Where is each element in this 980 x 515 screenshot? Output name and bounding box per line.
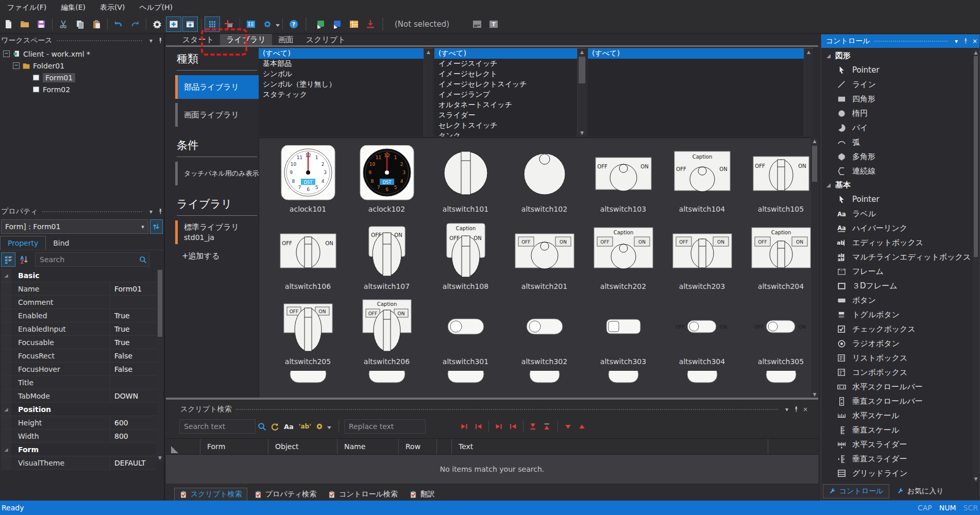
property-grid-scrollbar[interactable]: ▼ (157, 269, 163, 461)
control-item[interactable]: 弧 (821, 135, 973, 149)
control-item[interactable]: ライン (821, 77, 973, 92)
library-part[interactable]: OFFONaltswitch105 (741, 145, 819, 215)
select-all-corner[interactable] (166, 439, 200, 454)
control-item[interactable]: コンボボックス (821, 365, 973, 380)
menu-item-3[interactable]: ヘルプ(H) (132, 0, 180, 15)
listbox-scrollbar[interactable]: ▲ (424, 48, 433, 136)
scrollbar-thumb[interactable] (812, 146, 817, 182)
bottom-tab-スクリプト検索[interactable]: スクリプト検索 (174, 488, 247, 501)
results-column-header[interactable]: Text (452, 439, 768, 454)
menu-item-1[interactable]: 編集(E) (54, 0, 93, 15)
list-option[interactable]: オルタネートスイッチ (434, 100, 582, 110)
chevron-down-icon[interactable]: ▾ (146, 207, 156, 216)
library-part[interactable]: OFFONaltswitch201 (505, 222, 584, 293)
control-item[interactable]: 楕円 (821, 106, 973, 121)
library-part[interactable]: OFFONaltswitch203 (663, 222, 741, 293)
control-item[interactable]: xyzフレーム (821, 264, 973, 279)
pin-icon[interactable] (791, 405, 801, 414)
chevron-down-icon[interactable] (327, 422, 331, 431)
expander-icon[interactable]: − (3, 50, 10, 57)
library-part[interactable]: OFFON (741, 371, 819, 399)
property-tab-property[interactable]: Property (0, 236, 46, 250)
close-icon[interactable]: × (970, 37, 979, 46)
property-row[interactable]: Comment (1, 296, 157, 309)
library-part[interactable]: 123456789101112DSTaclock101 (268, 145, 347, 215)
scrollbar-thumb[interactable] (974, 56, 978, 257)
chevron-down-icon[interactable] (276, 20, 280, 28)
expander-icon[interactable]: − (13, 62, 20, 69)
library-part[interactable]: CaptionOFFONaltswitch108 (426, 222, 505, 293)
control-item[interactable]: Aaラベル (821, 207, 973, 221)
library-part[interactable]: 123456789101112DSTaclock102 (347, 145, 426, 215)
redo-button[interactable] (127, 16, 143, 32)
replace-forward-button[interactable] (529, 422, 538, 431)
undo-button[interactable] (111, 16, 126, 32)
tree-node[interactable]: Form02 (0, 83, 164, 95)
results-column-header[interactable]: Row (399, 439, 436, 454)
tree-node[interactable]: −Folder01 (0, 60, 164, 72)
library-part[interactable]: OFFONaltswitch304 (663, 298, 741, 368)
new-file-button[interactable] (1, 16, 16, 32)
property-search-input[interactable] (36, 254, 137, 265)
control-item[interactable]: ラジオボタン (821, 336, 973, 351)
property-row[interactable]: VisualThemeDEFAULT (1, 456, 157, 470)
chevron-down-icon[interactable]: ▾ (782, 405, 791, 414)
control-group-header[interactable]: 基本 (821, 178, 973, 192)
property-row[interactable]: Width800 (1, 430, 157, 443)
library-part[interactable]: CaptionOFFONaltswitch206 (347, 298, 426, 368)
control-item[interactable]: グリッドライン (821, 466, 973, 480)
search-forward-button[interactable] (460, 422, 469, 431)
library-part[interactable]: CaptionOFFONaltswitch202 (584, 222, 663, 293)
property-row[interactable]: Height600 (1, 416, 157, 430)
run-server-button[interactable] (330, 16, 345, 32)
run-client-button[interactable] (313, 16, 329, 32)
chevron-down-icon[interactable]: ▾ (146, 36, 156, 45)
tab-画面[interactable]: 画面 (272, 34, 300, 46)
pin-icon[interactable] (961, 37, 970, 46)
property-group-header[interactable]: ◢Basic (1, 269, 157, 282)
library-nav-タッチパネル用のみ表示[interactable]: タッチパネル用のみ表示 (175, 162, 265, 185)
refresh-icon[interactable] (270, 422, 280, 432)
control-item[interactable]: パイ (821, 121, 973, 135)
list-option[interactable]: (すべて) (259, 48, 428, 59)
property-group-header[interactable]: ◢Position (1, 403, 157, 416)
download-button[interactable] (363, 16, 378, 32)
property-row[interactable]: FocusRectFalse (1, 349, 157, 363)
search-backward-button[interactable] (509, 422, 517, 431)
control-item[interactable]: 四角形 (821, 92, 973, 106)
results-column-header[interactable]: Object (268, 439, 337, 454)
search-backward-button[interactable] (474, 422, 483, 431)
help-button[interactable]: ? (286, 16, 301, 32)
results-column-header[interactable]: Name (337, 439, 398, 454)
library-part[interactable]: OFFON (663, 371, 741, 399)
list-option[interactable]: シンボル（塗り無し） (259, 79, 428, 90)
library-part[interactable]: altswitch102 (505, 145, 584, 215)
control-item[interactable]: Aaハイパーリンク (821, 221, 973, 235)
library-part[interactable]: altswitch101 (426, 145, 505, 215)
control-item[interactable]: 水平スクロールバー (821, 380, 973, 394)
control-item[interactable]: ３Dフレーム (821, 279, 973, 293)
property-row[interactable]: TabModeDOWN (1, 389, 157, 403)
library-part[interactable]: OFFONaltswitch103 (584, 145, 663, 215)
bottom-tab-プロパティ検索[interactable]: プロパティ検索 (249, 488, 322, 501)
search-options-gear-icon[interactable] (315, 422, 324, 431)
property-tab-bind[interactable]: Bind (46, 236, 76, 250)
scroll-down-arrow-icon[interactable]: ▼ (811, 391, 818, 398)
toolbox-tab-お気に入り[interactable]: お気に入り (891, 485, 949, 498)
control-item[interactable]: トグルボタン (821, 307, 973, 322)
scrollbar-thumb[interactable] (158, 270, 162, 337)
filter-listbox[interactable]: (すべて)▲ (588, 48, 813, 136)
list-option[interactable]: イメージセレクト (434, 69, 582, 79)
bottom-tab-コントロール検索[interactable]: コントロール検索 (323, 488, 402, 501)
parts-scrollbar[interactable]: ▲ ▼ (811, 138, 818, 398)
list-option[interactable]: タンク (434, 131, 582, 136)
library-part[interactable]: altswitch302 (505, 298, 584, 368)
library-part[interactable]: OFFONaltswitch305 (741, 298, 819, 368)
paste-button[interactable] (89, 16, 104, 32)
scroll-down-arrow-icon[interactable]: ▼ (578, 129, 586, 136)
close-icon[interactable]: × (801, 405, 810, 414)
control-item[interactable]: チェックボックス (821, 322, 973, 336)
tree-node[interactable]: Form01 (0, 72, 164, 83)
list-option[interactable]: イメージランプ (434, 90, 582, 100)
scroll-up-arrow-icon[interactable]: ▲ (424, 48, 433, 56)
